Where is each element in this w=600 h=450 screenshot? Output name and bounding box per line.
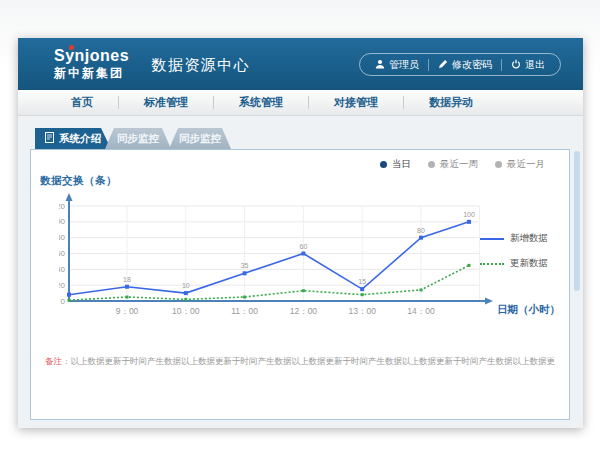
svg-text:80: 80 bbox=[59, 233, 66, 242]
svg-text:60: 60 bbox=[300, 243, 308, 250]
svg-text:0: 0 bbox=[61, 297, 66, 306]
edit-icon bbox=[438, 59, 448, 71]
svg-text:100: 100 bbox=[463, 211, 475, 218]
current-user-button[interactable]: 管理员 bbox=[366, 58, 428, 72]
svg-text:13：00: 13：00 bbox=[348, 306, 376, 316]
radio-dot-icon bbox=[380, 161, 387, 168]
footnote-prefix: 备注 bbox=[45, 356, 62, 366]
user-menu: 管理员 修改密码 退出 bbox=[359, 53, 561, 76]
legend-label: 更新数据 bbox=[510, 257, 548, 270]
svg-text:18: 18 bbox=[123, 276, 131, 283]
logout-button[interactable]: 退出 bbox=[502, 58, 554, 72]
legend-label: 新增数据 bbox=[510, 232, 548, 245]
radio-label: 当日 bbox=[392, 158, 411, 171]
svg-text:10: 10 bbox=[182, 282, 190, 289]
document-icon bbox=[45, 132, 54, 145]
tab-sync-monitor-2[interactable]: 同步监控 bbox=[169, 128, 231, 149]
nav-item-home[interactable]: 首页 bbox=[46, 95, 118, 110]
change-password-button[interactable]: 修改密码 bbox=[429, 58, 501, 72]
scrollbar-thumb[interactable] bbox=[574, 151, 580, 291]
line-chart: 0204060801001209：0010：0011：0012：0013：001… bbox=[59, 192, 509, 332]
svg-text:14：00: 14：00 bbox=[407, 306, 435, 316]
svg-text:9：00: 9：00 bbox=[116, 306, 139, 316]
tab-label: 系统介绍 bbox=[59, 132, 101, 146]
company-logo: Synjones 新中新集团 bbox=[54, 47, 129, 81]
nav-item-interface-management[interactable]: 对接管理 bbox=[309, 95, 403, 110]
svg-text:40: 40 bbox=[59, 265, 66, 274]
user-name-label: 管理员 bbox=[389, 58, 419, 72]
svg-text:15: 15 bbox=[358, 278, 366, 285]
radio-label: 最近一月 bbox=[507, 158, 545, 171]
main-navbar: 首页 标准管理 系统管理 对接管理 数据异动 bbox=[18, 90, 583, 116]
legend-item-updated-data: 更新数据 bbox=[480, 257, 548, 270]
radio-dot-icon bbox=[428, 161, 435, 168]
radio-label: 最近一周 bbox=[440, 158, 478, 171]
nav-item-system-management[interactable]: 系统管理 bbox=[214, 95, 308, 110]
date-range-radio-group: 当日 最近一周 最近一月 bbox=[380, 158, 545, 171]
power-icon bbox=[511, 59, 521, 71]
tab-label: 同步监控 bbox=[179, 132, 221, 146]
tab-system-intro[interactable]: 系统介绍 bbox=[35, 128, 111, 149]
logout-label: 退出 bbox=[525, 58, 545, 72]
svg-text:10：00: 10：00 bbox=[172, 306, 200, 316]
svg-text:120: 120 bbox=[59, 202, 66, 211]
chart-legend: 新增数据 更新数据 bbox=[480, 232, 548, 270]
user-icon bbox=[375, 59, 385, 71]
logo-company-name: 新中新集团 bbox=[54, 66, 129, 81]
svg-text:100: 100 bbox=[59, 217, 66, 226]
radio-last-month[interactable]: 最近一月 bbox=[495, 158, 545, 171]
chart-panel: 当日 最近一周 最近一月 数据交换（条） 0204060801001209：00… bbox=[30, 149, 570, 420]
nav-item-data-change[interactable]: 数据异动 bbox=[404, 95, 498, 110]
svg-text:12：00: 12：00 bbox=[290, 306, 318, 316]
nav-item-standard-management[interactable]: 标准管理 bbox=[119, 95, 213, 110]
svg-text:20: 20 bbox=[59, 281, 66, 290]
svg-text:35: 35 bbox=[241, 262, 249, 269]
vertical-scrollbar[interactable] bbox=[574, 149, 580, 420]
footnote-text: ：以上数据更新于时间产生数据以上数据更新于时间产生数据以上数据更新于时间产生数据… bbox=[62, 356, 555, 366]
y-axis-title: 数据交换（条） bbox=[40, 174, 117, 188]
svg-text:60: 60 bbox=[59, 249, 66, 258]
content-area: 系统介绍 同步监控 同步监控 当日 最近一周 最近一月 bbox=[18, 116, 583, 428]
x-axis-title: 日期（小时） bbox=[497, 303, 560, 317]
logo-brand-text: Synjones bbox=[54, 47, 129, 64]
tab-sync-monitor-1[interactable]: 同步监控 bbox=[105, 128, 171, 149]
radio-dot-icon bbox=[495, 161, 502, 168]
change-password-label: 修改密码 bbox=[452, 58, 492, 72]
footnote: 备注：以上数据更新于时间产生数据以上数据更新于时间产生数据以上数据更新于时间产生… bbox=[45, 356, 555, 368]
svg-text:80: 80 bbox=[417, 227, 425, 234]
logo-red-dot-icon bbox=[69, 45, 74, 50]
dotted-line-swatch-icon bbox=[480, 263, 504, 265]
radio-today[interactable]: 当日 bbox=[380, 158, 411, 171]
svg-text:11：00: 11：00 bbox=[231, 306, 258, 316]
legend-item-new-data: 新增数据 bbox=[480, 232, 548, 245]
app-window: Synjones 新中新集团 数据资源中心 管理员 修改密码 bbox=[18, 38, 583, 428]
radio-last-week[interactable]: 最近一周 bbox=[428, 158, 478, 171]
solid-line-swatch-icon bbox=[480, 238, 504, 240]
page-title: 数据资源中心 bbox=[151, 56, 250, 75]
tab-label: 同步监控 bbox=[117, 132, 159, 146]
app-header: Synjones 新中新集团 数据资源中心 管理员 修改密码 bbox=[18, 38, 583, 90]
